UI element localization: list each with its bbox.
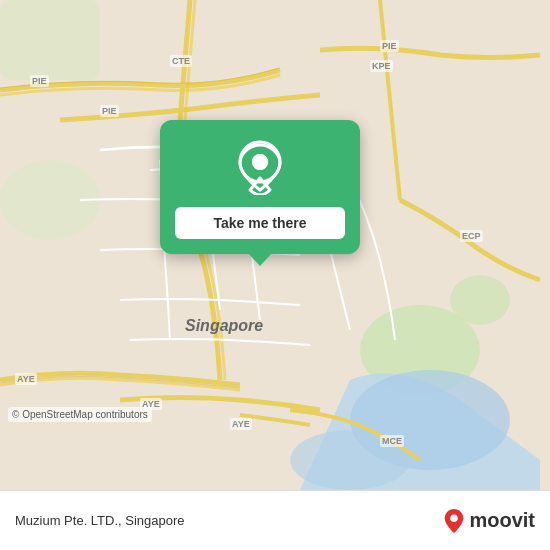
moovit-pin-icon [443,508,465,534]
location-popup: Take me there [160,120,360,254]
take-me-there-button[interactable]: Take me there [175,207,345,239]
svg-rect-3 [0,0,100,80]
aye-label-1: AYE [15,373,37,385]
pie-label-1: PIE [30,75,49,87]
map-copyright: © OpenStreetMap contributors [8,407,152,422]
mce-label: MCE [380,435,404,447]
kpe-label: KPE [370,60,393,72]
moovit-brand-text: moovit [469,509,535,532]
singapore-map-label: Singapore [185,317,263,335]
aye-label-3: AYE [230,418,252,430]
svg-point-10 [451,514,458,521]
moovit-logo: moovit [443,508,535,534]
ecp-label: ECP [460,230,483,242]
map-area: PIE PIE PIE CTE KPE ECP AYE AYE AYE MCE … [0,0,550,490]
pie-label-3: PIE [380,40,399,52]
pie-label-2: PIE [100,105,119,117]
svg-point-2 [450,275,510,325]
bottom-info-bar: Muzium Pte. LTD., Singapore moovit [0,490,550,550]
location-pin-icon [235,140,285,195]
location-name: Muzium Pte. LTD., Singapore [15,513,185,528]
cte-label: CTE [170,55,192,67]
svg-point-9 [252,154,268,170]
